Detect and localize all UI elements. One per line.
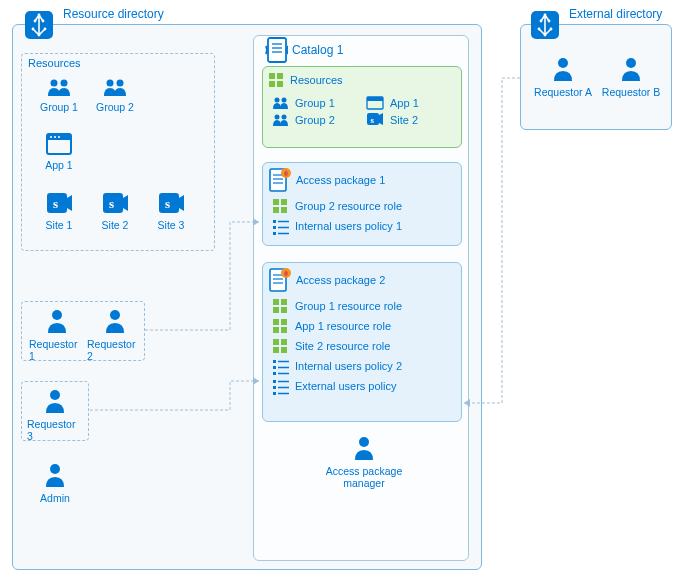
catalog-resource-app1: App 1 bbox=[366, 95, 457, 110]
pkg2-policy-1: External users policy bbox=[271, 377, 457, 395]
group-icon bbox=[45, 76, 73, 98]
pkg2-role-1: App 1 resource role bbox=[271, 317, 457, 335]
package-icon bbox=[267, 167, 291, 193]
aad-icon bbox=[23, 9, 55, 41]
package-icon bbox=[267, 267, 291, 293]
grid-icon bbox=[271, 297, 289, 315]
resource-directory-panel: Resource directory Resources Group 1 Gro… bbox=[12, 24, 482, 570]
catalog-resource-group1: Group 1 bbox=[271, 95, 362, 110]
resource-group-2: Group 2 bbox=[88, 76, 142, 113]
catalog-title: Catalog 1 bbox=[292, 43, 343, 57]
pkg2-role-2: Site 2 resource role bbox=[271, 337, 457, 355]
person-icon bbox=[350, 434, 378, 462]
grid-icon bbox=[271, 197, 289, 215]
site-icon bbox=[156, 190, 186, 216]
access-package-manager: Access package manager bbox=[324, 434, 404, 489]
person-icon bbox=[549, 55, 577, 83]
pkg1-policy-0: Internal users policy 1 bbox=[271, 217, 457, 235]
resource-site-2: Site 2 bbox=[88, 190, 142, 231]
resource-directory-title: Resource directory bbox=[63, 7, 164, 21]
access-package-2: Access package 2 Group 1 resource role A… bbox=[262, 262, 462, 422]
grid-icon bbox=[267, 71, 285, 89]
resources-box: Resources Group 1 Group 2 App 1 Site 1 S… bbox=[21, 53, 215, 251]
resource-group-1: Group 1 bbox=[32, 76, 86, 113]
external-directory-panel: External directory Requestor A Requestor… bbox=[520, 24, 672, 130]
person-icon bbox=[41, 461, 69, 489]
app-icon bbox=[45, 130, 73, 156]
catalog-resources-panel: Resources Group 1 Group 2 App bbox=[262, 66, 462, 148]
catalog-panel: Catalog 1 Resources Group 1 Group 2 bbox=[253, 35, 469, 561]
external-directory-title: External directory bbox=[569, 7, 662, 21]
resource-app-1: App 1 bbox=[32, 130, 86, 171]
group-icon bbox=[271, 95, 289, 110]
pkg1-role-0: Group 2 resource role bbox=[271, 197, 457, 215]
pkg2-policy-0: Internal users policy 2 bbox=[271, 357, 457, 375]
site-icon bbox=[366, 112, 384, 127]
aad-icon bbox=[529, 9, 561, 41]
catalog-resources-label: Resources bbox=[290, 74, 343, 86]
pkg2-role-0: Group 1 resource role bbox=[271, 297, 457, 315]
access-package-1: Access package 1 Group 2 resource role I… bbox=[262, 162, 462, 246]
app-icon bbox=[366, 95, 384, 110]
site-icon bbox=[100, 190, 130, 216]
resource-site-3: Site 3 bbox=[144, 190, 198, 231]
requestor-3: Requestor 3 bbox=[27, 387, 83, 442]
admin: Admin bbox=[27, 461, 83, 504]
catalog-icon bbox=[264, 36, 288, 64]
grid-icon bbox=[271, 317, 289, 335]
catalog-resource-site2: Site 2 bbox=[366, 112, 457, 127]
site-icon bbox=[44, 190, 74, 216]
access-package-1-title: Access package 1 bbox=[296, 174, 385, 186]
group-icon bbox=[101, 76, 129, 98]
resource-site-1: Site 1 bbox=[32, 190, 86, 231]
requestor-b: Requestor B bbox=[601, 55, 661, 98]
policy-icon bbox=[271, 217, 289, 235]
requestor-2: Requestor 2 bbox=[87, 307, 143, 362]
policy-icon bbox=[271, 357, 289, 375]
catalog-resource-group2: Group 2 bbox=[271, 112, 362, 127]
requestor-1: Requestor 1 bbox=[29, 307, 85, 362]
grid-icon bbox=[271, 337, 289, 355]
resources-label: Resources bbox=[28, 57, 81, 69]
person-icon bbox=[101, 307, 129, 335]
policy-icon bbox=[271, 377, 289, 395]
person-icon bbox=[41, 387, 69, 415]
person-icon bbox=[43, 307, 71, 335]
person-icon bbox=[617, 55, 645, 83]
access-package-2-title: Access package 2 bbox=[296, 274, 385, 286]
group-icon bbox=[271, 112, 289, 127]
requestor-a: Requestor A bbox=[533, 55, 593, 98]
